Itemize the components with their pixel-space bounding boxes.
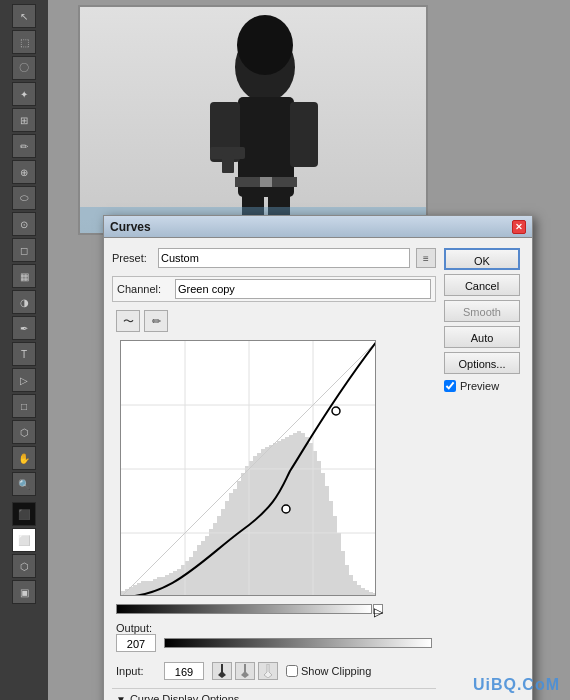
tool-zoom[interactable]: 🔍: [12, 472, 36, 496]
svg-rect-68: [333, 516, 337, 596]
tool-brush[interactable]: ⬭: [12, 186, 36, 210]
svg-rect-75: [361, 588, 365, 596]
tool-screenmode[interactable]: ▣: [12, 580, 36, 604]
curve-display-options[interactable]: ▼ Curve Display Options: [112, 688, 436, 700]
tool-select[interactable]: ⬚: [12, 30, 36, 54]
svg-rect-67: [329, 501, 333, 596]
photo-image: [80, 7, 426, 233]
svg-rect-55: [281, 439, 285, 596]
svg-point-87: [282, 505, 290, 513]
white-triangle: ▷: [373, 604, 383, 614]
svg-rect-24: [157, 577, 161, 596]
tool-hand[interactable]: ✋: [12, 446, 36, 470]
output-gradient-bar: [164, 638, 432, 648]
tool-crop[interactable]: ⊞: [12, 108, 36, 132]
svg-rect-69: [337, 533, 341, 596]
preview-checkbox[interactable]: [444, 380, 456, 392]
preset-label: Preset:: [112, 252, 152, 264]
preset-options-button[interactable]: ≡: [416, 248, 436, 268]
svg-rect-18: [133, 585, 137, 596]
svg-rect-76: [365, 590, 369, 596]
svg-rect-57: [289, 435, 293, 596]
show-clipping-label: Show Clipping: [301, 665, 371, 677]
svg-rect-66: [325, 486, 329, 596]
curve-svg: [121, 341, 376, 596]
close-button[interactable]: ✕: [512, 220, 526, 234]
curve-display-chevron-icon: ▼: [116, 694, 126, 701]
svg-rect-71: [345, 565, 349, 596]
auto-button[interactable]: Auto: [444, 326, 520, 348]
tool-3d[interactable]: ⬡: [12, 420, 36, 444]
input-row: Input: 169: [112, 660, 436, 682]
svg-rect-62: [309, 443, 313, 596]
svg-rect-50: [261, 449, 265, 596]
svg-rect-40: [221, 509, 225, 596]
preset-options-icon: ≡: [423, 253, 429, 264]
ok-button[interactable]: OK: [444, 248, 520, 270]
tool-text[interactable]: T: [12, 342, 36, 366]
tool-pen[interactable]: ✒: [12, 316, 36, 340]
options-button[interactable]: Options...: [444, 352, 520, 374]
watermark: UiBQ.CoM: [473, 676, 560, 694]
show-clipping-checkbox[interactable]: [286, 665, 298, 677]
curve-graph[interactable]: [120, 340, 376, 596]
smooth-button[interactable]: Smooth: [444, 300, 520, 322]
svg-rect-34: [197, 545, 201, 596]
svg-rect-64: [317, 461, 321, 596]
svg-rect-31: [185, 561, 189, 596]
svg-rect-36: [205, 536, 209, 596]
tool-quickmask[interactable]: ⬡: [12, 554, 36, 578]
preset-row: Preset: Custom ≡: [112, 246, 436, 270]
svg-point-86: [332, 407, 340, 415]
svg-rect-38: [213, 523, 217, 596]
tool-shape[interactable]: □: [12, 394, 36, 418]
svg-rect-73: [353, 581, 357, 596]
tool-background[interactable]: ⬜: [12, 528, 36, 552]
input-value[interactable]: 169: [164, 662, 204, 680]
photo-canvas: [78, 5, 428, 235]
tool-heal[interactable]: ⊕: [12, 160, 36, 184]
preset-select[interactable]: Custom: [158, 248, 410, 268]
svg-rect-43: [233, 489, 237, 596]
svg-rect-33: [193, 551, 197, 596]
svg-rect-53: [273, 443, 277, 596]
svg-rect-44: [237, 481, 241, 596]
svg-rect-6: [255, 17, 275, 47]
black-eyedropper-button[interactable]: [212, 662, 232, 680]
svg-rect-41: [225, 501, 229, 596]
tool-clone[interactable]: ⊙: [12, 212, 36, 236]
right-panel: OK Cancel Smooth Auto Options... Preview: [444, 246, 524, 700]
tool-path-select[interactable]: ▷: [12, 368, 36, 392]
gray-eyedropper-button[interactable]: [235, 662, 255, 680]
output-value[interactable]: 207: [116, 634, 156, 652]
input-label: Input:: [116, 665, 156, 677]
tool-lasso[interactable]: 〇: [12, 56, 36, 80]
dialog-titlebar: Curves ✕: [104, 216, 532, 238]
svg-rect-30: [181, 565, 185, 596]
cancel-button[interactable]: Cancel: [444, 274, 520, 296]
tool-foreground[interactable]: ⬛: [12, 502, 36, 526]
pencil-tool-button[interactable]: ✏: [144, 310, 168, 332]
tool-gradient[interactable]: ▦: [12, 264, 36, 288]
svg-rect-49: [257, 453, 261, 596]
channel-row: Channel: Green copy: [112, 276, 436, 302]
tool-magic-wand[interactable]: ✦: [12, 82, 36, 106]
x-gradient-bar: [116, 604, 372, 614]
tool-eyedropper[interactable]: ✏: [12, 134, 36, 158]
svg-rect-56: [285, 437, 289, 596]
svg-rect-60: [301, 433, 305, 596]
white-eyedropper-button[interactable]: [258, 662, 278, 680]
svg-rect-23: [153, 579, 157, 596]
left-panel: Preset: Custom ≡ Channel: Green copy: [112, 246, 436, 700]
tool-eraser[interactable]: ◻: [12, 238, 36, 262]
channel-label: Channel:: [117, 283, 169, 295]
tool-dodge[interactable]: ◑: [12, 290, 36, 314]
svg-rect-72: [349, 575, 353, 596]
svg-rect-4: [290, 102, 318, 167]
output-block: Output: 207: [116, 622, 156, 652]
svg-rect-77: [369, 592, 373, 596]
svg-rect-58: [293, 433, 297, 596]
curve-tool-button[interactable]: 〜: [116, 310, 140, 332]
channel-select[interactable]: Green copy: [175, 279, 431, 299]
tool-move[interactable]: ↖: [12, 4, 36, 28]
